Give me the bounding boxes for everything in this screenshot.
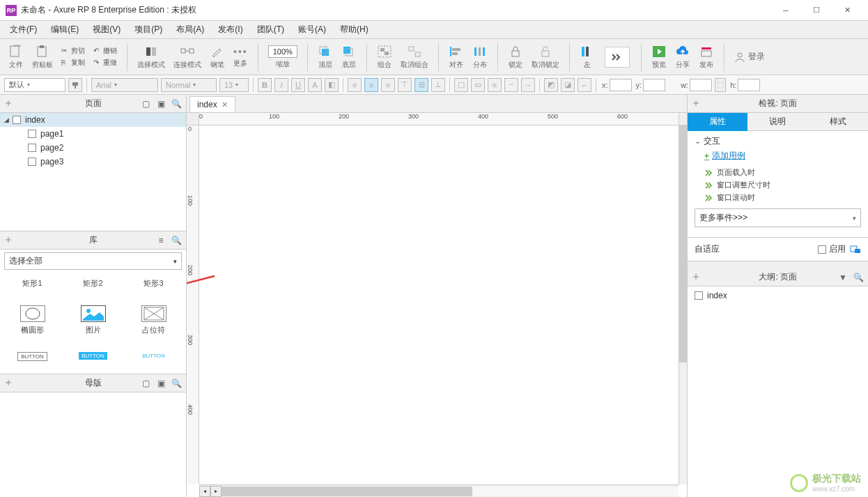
- distribute-button[interactable]: 分布: [472, 45, 488, 70]
- tree-index[interactable]: ◢index: [0, 113, 186, 127]
- menu-edit[interactable]: 编辑(E): [44, 22, 86, 37]
- zoom-value[interactable]: 100%: [268, 45, 297, 58]
- widget-rect1[interactable]: 矩形1: [3, 275, 62, 298]
- add-page-icon[interactable]: ▢: [140, 98, 151, 109]
- valign-middle[interactable]: ⊟: [414, 78, 428, 92]
- text-color[interactable]: A: [308, 78, 322, 92]
- widget-button2[interactable]: BUTTON: [63, 349, 123, 371]
- event-window-resize[interactable]: 窗口调整尺寸时: [704, 180, 861, 190]
- pin-icon[interactable]: [4, 236, 14, 245]
- search-icon[interactable]: 🔍: [171, 378, 182, 389]
- y-input[interactable]: [643, 79, 665, 91]
- menu-team[interactable]: 团队(T): [250, 22, 291, 37]
- align-left[interactable]: 左: [580, 45, 595, 70]
- align-right-text[interactable]: ≡: [381, 78, 395, 92]
- fill-button[interactable]: ▢: [454, 78, 468, 92]
- scroll-right-icon[interactable]: ▸: [210, 486, 222, 497]
- event-window-scroll[interactable]: 窗口滚动时: [704, 192, 861, 203]
- cut-button[interactable]: ✂剪切: [59, 45, 88, 56]
- login-button[interactable]: 登录: [734, 51, 765, 63]
- unlock-button[interactable]: 取消锁定: [532, 45, 559, 70]
- adaptive-icon[interactable]: [850, 245, 861, 254]
- pen-tool[interactable]: 钢笔: [210, 45, 225, 70]
- search-icon[interactable]: 🔍: [171, 235, 182, 246]
- ruler-vertical[interactable]: 0 100 200 300 400: [187, 125, 199, 484]
- undo-button[interactable]: ↶撤销: [91, 45, 120, 56]
- section-header[interactable]: 交互: [695, 135, 861, 147]
- lock-button[interactable]: 锁定: [508, 45, 523, 70]
- widget-rect2[interactable]: 矩形2: [63, 275, 123, 298]
- tab-properties[interactable]: 属性: [688, 113, 747, 131]
- font-weight[interactable]: Normal▾: [161, 78, 217, 92]
- library-menu-icon[interactable]: ≡: [155, 235, 166, 246]
- pin-icon[interactable]: [692, 99, 702, 109]
- font-family[interactable]: Arial▾: [91, 78, 158, 92]
- enable-checkbox[interactable]: [818, 245, 826, 254]
- corner-radius[interactable]: ⌐: [578, 78, 591, 92]
- outer-shadow[interactable]: ◩: [544, 78, 558, 92]
- ungroup-button[interactable]: 取消组合: [401, 45, 428, 70]
- clipboard-group[interactable]: 剪贴板: [32, 45, 53, 70]
- widget-image[interactable]: 图片: [63, 303, 123, 345]
- italic-button[interactable]: I: [274, 78, 288, 92]
- add-folder-icon[interactable]: ▣: [155, 98, 166, 109]
- style-preset[interactable]: 默认▾: [4, 78, 65, 92]
- x-input[interactable]: [610, 79, 632, 91]
- preview-button[interactable]: 预览: [651, 45, 667, 70]
- pin-icon[interactable]: [692, 273, 702, 282]
- maximize-button[interactable]: ☐: [801, 1, 832, 20]
- menu-file[interactable]: 文件(F): [3, 22, 44, 37]
- lock-aspect[interactable]: ⬚: [715, 78, 726, 92]
- add-folder-icon[interactable]: ▣: [155, 378, 166, 389]
- tab-notes[interactable]: 说明: [747, 113, 807, 131]
- widget-ellipse[interactable]: 椭圆形: [3, 303, 62, 345]
- search-icon[interactable]: 🔍: [171, 98, 182, 109]
- menu-project[interactable]: 项目(P): [127, 22, 169, 37]
- tab-style[interactable]: 样式: [808, 113, 868, 131]
- filter-icon[interactable]: ▼: [837, 272, 848, 283]
- file-group[interactable]: 文件: [8, 45, 24, 70]
- align-left-text[interactable]: ≡: [348, 78, 362, 92]
- line-color[interactable]: ▭: [471, 78, 485, 92]
- connect-mode[interactable]: 连接模式: [173, 45, 201, 70]
- pin-icon[interactable]: [4, 379, 14, 388]
- group-button[interactable]: 组合: [377, 45, 392, 70]
- inner-shadow[interactable]: ◪: [561, 78, 575, 92]
- w-input[interactable]: [690, 79, 712, 91]
- zoom-control[interactable]: 100% 缩放: [268, 45, 297, 69]
- add-case-link[interactable]: +添加用例: [704, 150, 861, 162]
- line-style[interactable]: ┄: [504, 78, 518, 92]
- widget-placeholder[interactable]: 占位符: [124, 303, 183, 345]
- bring-front[interactable]: 顶层: [318, 45, 333, 70]
- widget-button1[interactable]: BUTTON: [3, 349, 62, 371]
- menu-publish[interactable]: 发布(I): [211, 22, 249, 37]
- copy-button[interactable]: ⎘复制: [59, 57, 88, 68]
- underline-button[interactable]: U: [291, 78, 305, 92]
- valign-top[interactable]: ⊤: [398, 78, 412, 92]
- align-button[interactable]: 对齐: [449, 45, 464, 70]
- bold-button[interactable]: B: [258, 78, 272, 92]
- redo-button[interactable]: ↷重做: [91, 57, 120, 68]
- ribbon-overflow[interactable]: [605, 47, 630, 68]
- horizontal-scrollbar[interactable]: ◂ ▸: [199, 484, 679, 497]
- share-button[interactable]: 分享: [675, 45, 690, 70]
- tree-page1[interactable]: page1: [0, 127, 186, 141]
- scroll-left-icon[interactable]: ◂: [199, 486, 210, 497]
- menu-view[interactable]: 视图(V): [86, 22, 127, 37]
- tab-index[interactable]: index✕: [189, 96, 235, 112]
- more-tools[interactable]: ••• 更多: [233, 46, 248, 68]
- select-mode[interactable]: 选择模式: [137, 45, 165, 70]
- pin-icon[interactable]: [4, 99, 14, 109]
- close-tab-icon[interactable]: ✕: [222, 100, 228, 109]
- canvas[interactable]: [199, 125, 679, 484]
- vertical-scrollbar[interactable]: [679, 125, 687, 484]
- tree-page2[interactable]: page2: [0, 141, 186, 155]
- format-painter[interactable]: [68, 78, 82, 92]
- fill-color[interactable]: ◧: [325, 78, 339, 92]
- menu-account[interactable]: 账号(A): [291, 22, 333, 37]
- more-events-dropdown[interactable]: 更多事件>>>▾: [695, 208, 861, 227]
- event-page-load[interactable]: 页面载入时: [704, 167, 861, 178]
- publish-button[interactable]: 发布: [699, 45, 714, 70]
- widget-rect3[interactable]: 矩形3: [124, 275, 183, 298]
- h-input[interactable]: [738, 79, 760, 91]
